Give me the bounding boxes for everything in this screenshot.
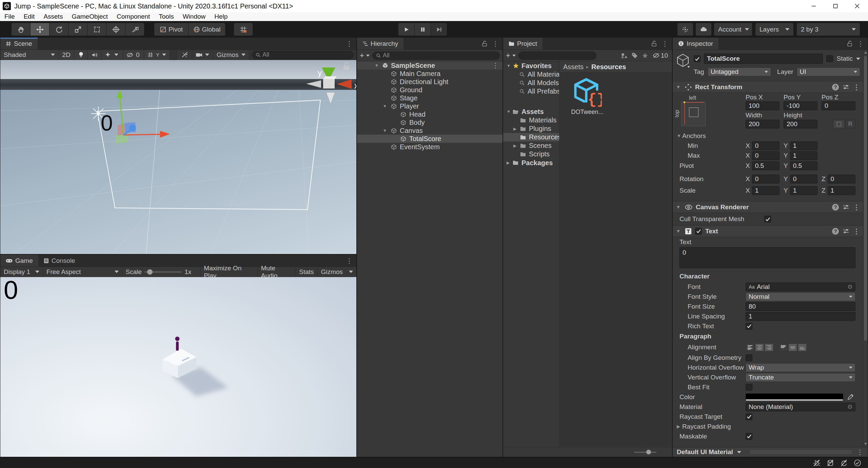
foldout-open-icon[interactable]: ▼ [676,84,682,90]
menu-tools[interactable]: Tools [154,12,178,21]
unlock-icon[interactable] [652,41,657,46]
tab-project[interactable]: Project [503,38,542,50]
search-by-label-icon[interactable] [632,53,638,59]
display-dropdown[interactable]: Display 1 [0,267,43,277]
hierarchy-row-head[interactable]: Head [357,110,502,118]
rotation-z-field[interactable] [828,175,855,183]
gameobject-header-cube-icon[interactable] [676,53,690,68]
height-field[interactable] [784,120,817,129]
rotation-y-field[interactable] [790,175,817,183]
blueprint-mode-button[interactable] [833,120,845,129]
hierarchy-row-directional-light[interactable]: Directional Light [357,78,502,86]
menu-component[interactable]: Component [112,12,154,21]
component-kebab-icon[interactable]: ⋮ [853,203,860,211]
scene-viewport[interactable]: 0 y x [0,60,356,254]
tab-inspector[interactable]: Inspector [673,38,718,50]
hierarchy-row-main-camera[interactable]: Main Camera [357,70,502,78]
scale-x-field[interactable] [752,186,780,195]
global-toggle-button[interactable]: Global [189,23,225,36]
close-button[interactable] [846,0,868,12]
pause-button[interactable] [415,23,431,36]
object-picker-icon[interactable]: ⊙ [848,283,852,290]
anchor-min-x-field[interactable] [752,141,780,150]
project-search-input[interactable] [524,52,603,59]
scene-search[interactable] [252,51,354,59]
scene-lighting-button[interactable] [74,50,88,60]
component-kebab-icon[interactable]: ⋮ [853,83,860,91]
hierarchy-row-body[interactable]: Body [357,118,502,126]
maskable-checkbox[interactable] [746,433,752,440]
foldout-open-icon[interactable]: ▼ [375,63,379,68]
presets-icon[interactable] [843,84,849,90]
project-hidden-count[interactable]: 10 [652,52,668,59]
thumbnail-slider-thumb[interactable] [646,450,651,454]
hierarchy-row-totalscore-selected[interactable]: TotalScore [357,135,502,143]
pos-z-field[interactable] [822,101,855,110]
assets-row[interactable]: ▼ Assets [503,107,559,116]
unlock-icon[interactable] [482,41,487,46]
horizontal-overflow-dropdown[interactable]: Wrap [746,363,855,372]
scene-audio-button[interactable] [88,50,101,60]
pos-y-field[interactable] [784,101,817,110]
hierarchy-row-canvas[interactable]: ▼ Canvas [357,126,502,135]
layout-dropdown[interactable]: 2 by 3 [797,23,860,36]
tab-game[interactable]: Game [0,255,38,267]
asset-dotween[interactable]: {} DOTween... [569,77,606,116]
services-button[interactable] [677,23,693,36]
foldout-closed-icon[interactable]: ▶ [507,160,510,165]
component-kebab-icon[interactable]: ⋮ [853,227,860,235]
grid-snapping-button[interactable] [234,23,253,36]
breadcrumb-current[interactable]: Resources [591,63,626,71]
play-button[interactable] [398,23,414,36]
foldout-open-icon[interactable]: ▼ [383,104,387,109]
favorites-all-prefabs[interactable]: All Prefabs [503,87,559,96]
anchor-preset-box[interactable] [681,102,706,126]
line-spacing-field[interactable] [746,312,855,321]
account-dropdown[interactable]: Account [714,23,752,36]
foldout-open-icon[interactable]: ▼ [676,229,682,234]
search-by-type-icon[interactable] [621,53,628,59]
breadcrumb-assets[interactable]: Assets [563,63,584,71]
menu-file[interactable]: File [0,12,19,21]
eyedropper-button[interactable] [845,393,855,401]
canvas-renderer-header[interactable]: ▼ Canvas Renderer ? ⋮ [673,201,864,213]
unlock-icon[interactable] [847,41,852,46]
text-component-header[interactable]: ▼ Text ? ⋮ [673,225,864,237]
align-middle-button[interactable] [788,344,797,351]
material-bar-kebab-icon[interactable]: ⋮ [856,448,864,456]
active-checkbox[interactable] [694,55,701,62]
editor-tools-button[interactable] [177,50,192,60]
hierarchy-row-stage[interactable]: Stage [357,94,502,102]
rect-tool-button[interactable] [87,23,106,36]
folder-materials[interactable]: Materials [503,116,559,124]
scene-gizmos-dropdown[interactable]: Gizmos [213,50,249,60]
scene-camera-dropdown[interactable] [192,50,213,60]
text-value-textarea[interactable]: 0 [679,247,855,268]
favorites-star-icon[interactable] [642,53,648,59]
shading-mode-dropdown[interactable]: Shaded [0,50,59,60]
scene-root-row[interactable]: ▼ SampleScene ⋮ [357,61,502,70]
raw-edit-mode-button[interactable]: R [845,120,855,129]
presets-icon[interactable] [843,229,849,234]
scale-tool-button[interactable] [68,23,87,36]
folder-scenes[interactable]: ▶ Scenes [503,141,559,150]
step-button[interactable] [431,23,447,36]
hierarchy-search[interactable] [372,52,500,60]
anchor-max-x-field[interactable] [752,151,780,160]
align-right-button[interactable] [765,344,773,351]
best-fit-checkbox[interactable] [746,384,752,391]
game-menu-kebab-icon[interactable]: ⋮ [346,257,353,265]
custom-tools-button[interactable] [125,23,144,36]
folder-resources-selected[interactable]: Resources [503,133,559,141]
align-by-geometry-checkbox[interactable] [746,354,752,361]
hierarchy-row-ground[interactable]: Ground [357,86,502,94]
pivot-x-field[interactable] [752,161,780,170]
rotation-x-field[interactable] [752,175,780,183]
static-checkbox[interactable] [826,55,833,62]
cache-disabled-button[interactable] [825,458,836,468]
tab-hierarchy[interactable]: Hierarchy [357,38,403,50]
hierarchy-row-player[interactable]: ▼ Player [357,102,502,110]
packages-row[interactable]: ▶ Packages [503,158,559,167]
menu-assets[interactable]: Assets [39,12,67,21]
layers-dropdown[interactable]: Layers [755,23,793,36]
